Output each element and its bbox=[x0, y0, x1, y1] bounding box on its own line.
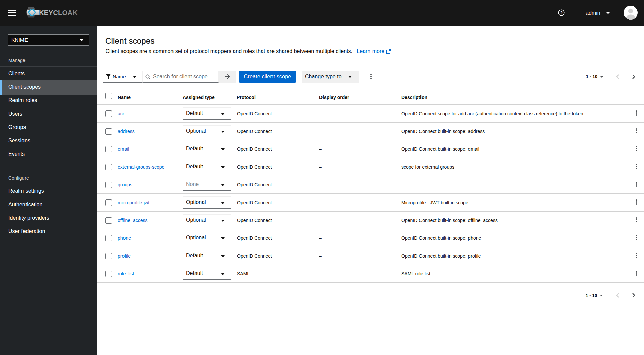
svg-text:?: ? bbox=[560, 11, 563, 15]
svg-text:KEYCLOAK: KEYCLOAK bbox=[39, 9, 78, 16]
